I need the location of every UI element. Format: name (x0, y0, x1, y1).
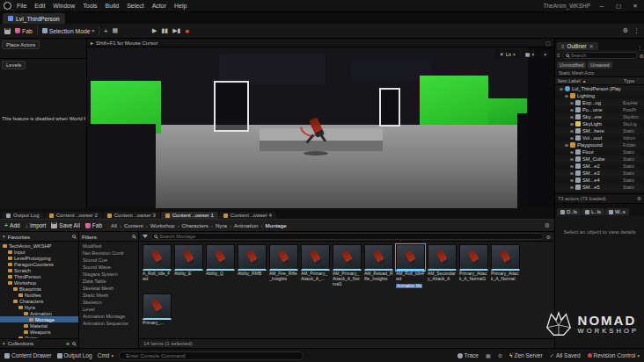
outliner-row[interactable]: SkyLight SkyLig (555, 120, 644, 127)
breadcrumb-item[interactable]: Montage (259, 222, 287, 228)
settings-icon[interactable]: ⚙ (498, 352, 502, 358)
add-collection-icon[interactable]: + (66, 341, 70, 347)
place-actors-tab[interactable]: Place Actors (2, 40, 40, 49)
filter-item[interactable]: Animation Montage (79, 313, 138, 320)
filter-chip[interactable]: Unsaved (588, 62, 611, 69)
filter-item[interactable]: Static Mesh (79, 292, 138, 299)
outliner-row[interactable]: Po...ume PostPr (555, 106, 644, 113)
asset-search-input[interactable] (159, 234, 540, 239)
outliner-row[interactable]: SM...here Static (555, 127, 644, 134)
asset-tile[interactable]: Primary_Attack_A_Normal1 (459, 244, 488, 291)
pause-icon[interactable]: ▮▮ (161, 27, 168, 34)
toolbar-more-icon[interactable]: ⋮ (633, 27, 640, 34)
filter-item[interactable]: Level (79, 306, 138, 313)
asset-tile[interactable]: AM_Roll_IdleFwd Animation Mo (396, 244, 425, 291)
fab-marketplace-button[interactable]: Fab (85, 222, 102, 228)
save-all-button[interactable]: Save All (51, 222, 80, 228)
breadcrumb-item[interactable]: Content (117, 222, 143, 228)
outliner-row[interactable]: SM...e5 Static (555, 184, 644, 191)
tree-item[interactable]: Characters (0, 298, 78, 304)
item-label-column[interactable]: Item Label (558, 78, 581, 83)
asset-tile[interactable]: Ability_RMB (238, 244, 267, 291)
filter-item[interactable]: Sound Wave (79, 264, 138, 271)
output-log-button[interactable]: Output Log (57, 352, 92, 358)
details-tab[interactable]: D..ls (557, 208, 581, 215)
outliner-filter-icon[interactable]: ≡ (557, 53, 560, 58)
details-tab[interactable]: L..ls (582, 208, 604, 215)
tree-item[interactable]: TechAnim_WKSHP (0, 243, 78, 249)
type-column[interactable]: Type (624, 78, 634, 83)
menu-item[interactable]: Select (127, 3, 143, 9)
outliner-row[interactable]: SM...e3 Static (555, 170, 644, 177)
menu-item[interactable]: Actor (152, 3, 166, 9)
asset-tile[interactable]: Primary_... (143, 293, 172, 330)
menu-item[interactable]: Help (174, 3, 187, 9)
outliner-search-input[interactable] (571, 53, 634, 58)
outliner-row[interactable]: SM...e2 Static (555, 163, 644, 170)
tree-item[interactable]: Input (0, 249, 78, 255)
asset-tile[interactable]: AM_Secondary_Attack_A (428, 244, 457, 291)
filter-funnel-icon[interactable] (143, 235, 148, 238)
details-tab[interactable]: W..s (605, 208, 629, 215)
tree-item[interactable]: Notifies (0, 292, 78, 298)
tree-item[interactable]: Workshop (0, 279, 78, 286)
play-icon[interactable]: ▶ (152, 27, 157, 34)
panel-more-icon[interactable]: ⋮ (637, 44, 642, 50)
sort-ascending-icon[interactable]: ▴ (583, 78, 586, 83)
view-options-icon[interactable]: ⚙ (546, 234, 551, 240)
levels-tab[interactable]: Levels (2, 61, 26, 69)
outliner-settings-icon[interactable]: ⚙ (640, 53, 644, 59)
outliner-row[interactable]: Vol...oud Volum (555, 134, 644, 141)
outliner-row[interactable]: Floor Static (555, 148, 644, 156)
type-filter-chip[interactable]: Static Mesh Acto (555, 69, 644, 76)
tree-item[interactable]: Scratch (0, 267, 78, 273)
tree-item[interactable]: Blueprints (0, 286, 78, 292)
content-browser-settings-icon[interactable]: ⚙ (545, 222, 550, 229)
filter-item[interactable]: Net Revision Contr (79, 250, 138, 257)
outliner-row[interactable]: Lighting (555, 92, 644, 99)
console-input[interactable] (124, 352, 298, 359)
panel-tab[interactable]: Content ..owser 3 (103, 212, 160, 219)
menu-item[interactable]: Tools (83, 3, 97, 9)
filter-item[interactable]: Niagara System (79, 271, 138, 278)
insights-icon[interactable]: ▦ (486, 352, 491, 358)
tree-item[interactable]: Animation (0, 310, 78, 316)
stop-icon[interactable]: ■ (185, 28, 188, 34)
breadcrumb-item[interactable]: Characters (174, 222, 208, 228)
asset-tile[interactable]: A_Roll_Idle_Fwd (143, 244, 172, 291)
maximize-viewport-icon[interactable]: ▢ (545, 40, 551, 46)
panel-tab[interactable]: Content ..owser 2 (45, 212, 102, 219)
outliner-row[interactable]: Exp...og ExpHei (555, 99, 644, 106)
search-icon[interactable] (72, 235, 76, 238)
filter-item[interactable]: Sound Cue (79, 257, 138, 264)
panel-tab[interactable]: Content ..owser 1 (161, 212, 218, 219)
panel-tab[interactable]: Content ..owser 4 (219, 212, 276, 219)
camera-options-dropdown[interactable]: ▦ ▾ (522, 50, 538, 58)
tab-level[interactable]: Lvl_ThirdPerson (3, 13, 65, 24)
visibility-eye-icon[interactable] (570, 165, 574, 168)
filter-item[interactable]: Skeletal Mesh (79, 285, 138, 292)
outliner-status-settings-icon[interactable]: ⚙ (637, 196, 641, 201)
import-button[interactable]: ↓ Import (26, 222, 47, 228)
tree-item[interactable]: Nyra (0, 304, 78, 310)
outliner-row[interactable]: SM...e4 Static (555, 177, 644, 184)
asset-tile[interactable]: AM_Primary_Attack_A_Normal1 (333, 244, 362, 291)
toolbar-settings-icon[interactable]: ⚙ (623, 27, 628, 34)
blueprints-icon[interactable]: ▦ (112, 27, 118, 34)
zen-server-status[interactable]: ϟ Zen Server (509, 352, 543, 358)
filter-item[interactable]: Skeleton (79, 299, 138, 306)
visibility-eye-icon[interactable] (570, 130, 574, 133)
show-flags-dropdown[interactable]: ▾ (540, 50, 550, 58)
outliner-row[interactable]: Lvl_ThirdPerson (Play (555, 85, 644, 92)
search-icon[interactable] (132, 235, 135, 238)
asset-tile[interactable]: Ability_Q (206, 244, 235, 291)
outliner-row[interactable]: SM_Cube Static (555, 156, 644, 163)
menu-item[interactable]: Edit (34, 3, 45, 9)
outliner-search[interactable] (562, 52, 638, 59)
add-button[interactable]: + Add (4, 222, 20, 228)
tree-item[interactable]: Material (0, 322, 78, 329)
filter-item[interactable]: Data Table (79, 278, 138, 285)
close-tab-icon[interactable]: ✕ (589, 43, 594, 49)
fab-button[interactable]: Fab (15, 28, 33, 34)
chevron-down-icon[interactable]: ▾ (3, 234, 5, 239)
